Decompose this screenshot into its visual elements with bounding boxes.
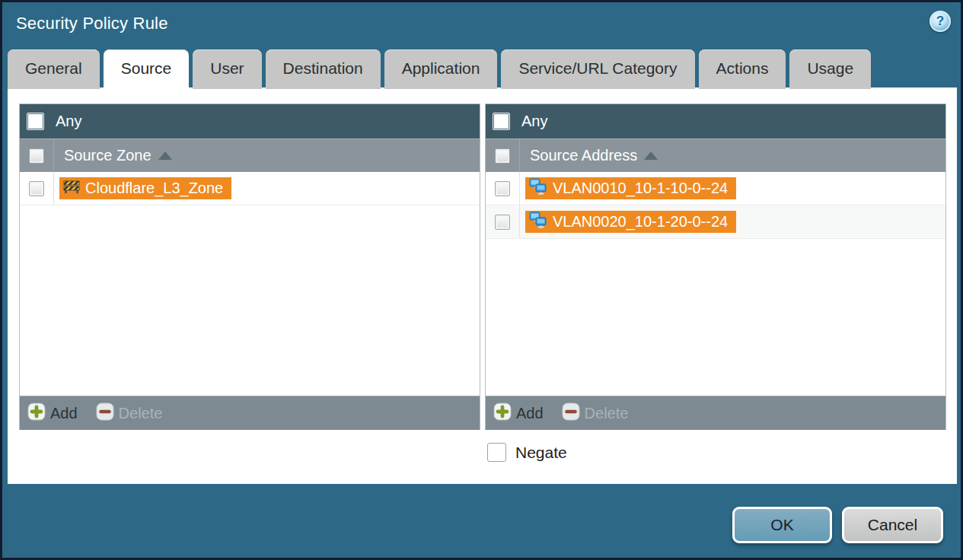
address-chip-label: VLAN0010_10-1-10-0--24 — [553, 180, 728, 197]
delete-button[interactable]: Delete — [562, 402, 629, 424]
negate-label: Negate — [515, 444, 567, 462]
tab-service-url-category[interactable]: Service/URL Category — [501, 49, 694, 89]
tab-application[interactable]: Application — [384, 49, 498, 89]
source-address-any-header: Any — [486, 104, 945, 138]
source-zone-any-checkbox[interactable] — [27, 113, 44, 130]
tab-bar: General Source User Destination Applicat… — [8, 49, 871, 89]
source-zone-any-header: Any — [20, 104, 480, 138]
row-checkbox[interactable] — [495, 181, 510, 196]
source-zone-select-all-checkbox[interactable] — [29, 148, 44, 164]
zone-chip[interactable]: Cloudflare_L3_Zone — [59, 177, 231, 199]
add-icon — [27, 402, 46, 424]
table-row[interactable]: Cloudflare_L3_Zone — [20, 172, 480, 205]
negate-checkbox[interactable] — [487, 443, 506, 462]
delete-icon — [96, 402, 114, 424]
address-chip-label: VLAN0020_10-1-20-0--24 — [553, 213, 728, 231]
zone-icon — [63, 179, 80, 198]
source-zone-toolbar: Add Delete — [20, 396, 480, 430]
tab-general[interactable]: General — [8, 49, 100, 89]
source-address-panel: Any Source Address — [485, 103, 946, 430]
table-row[interactable]: VLAN0010_10-1-10-0--24 — [486, 172, 945, 205]
sort-ascending-icon — [644, 151, 658, 160]
source-address-toolbar: Add Delete — [486, 396, 945, 430]
source-tab-content: Any Source Zone — [8, 88, 957, 484]
row-checkbox[interactable] — [495, 215, 510, 230]
source-zone-panel: Any Source Zone — [19, 103, 480, 430]
address-icon — [529, 212, 547, 232]
source-address-list: VLAN0010_10-1-10-0--24 — [486, 172, 945, 396]
add-button[interactable]: Add — [27, 402, 78, 424]
sort-ascending-icon — [158, 151, 172, 160]
source-zone-column-header[interactable]: Source Zone — [20, 138, 480, 172]
address-chip[interactable]: VLAN0020_10-1-20-0--24 — [525, 211, 736, 233]
address-chip[interactable]: VLAN0010_10-1-10-0--24 — [525, 177, 736, 199]
delete-button[interactable]: Delete — [96, 402, 163, 424]
source-address-select-all-checkbox[interactable] — [495, 148, 510, 164]
source-address-column-header[interactable]: Source Address — [486, 138, 945, 172]
source-address-any-label: Any — [521, 113, 547, 130]
add-button-label: Add — [516, 405, 544, 422]
delete-button-label: Delete — [119, 405, 163, 422]
tab-actions[interactable]: Actions — [699, 49, 786, 89]
dialog-title: Security Policy Rule — [16, 14, 168, 33]
source-zone-any-label: Any — [56, 113, 81, 130]
add-button-label: Add — [50, 405, 78, 422]
tab-usage[interactable]: Usage — [789, 49, 871, 89]
tab-destination[interactable]: Destination — [266, 49, 381, 89]
source-address-any-checkbox[interactable] — [493, 113, 510, 130]
security-policy-rule-dialog: Security Policy Rule ? General Source Us… — [0, 0, 963, 560]
delete-icon — [562, 402, 580, 424]
add-button[interactable]: Add — [493, 402, 544, 424]
delete-button-label: Delete — [585, 405, 629, 422]
ok-button[interactable]: OK — [732, 507, 832, 543]
cancel-button[interactable]: Cancel — [842, 507, 943, 543]
source-zone-list: Cloudflare_L3_Zone — [20, 172, 480, 396]
tab-source[interactable]: Source — [104, 49, 190, 89]
source-zone-column-label: Source Zone — [64, 147, 151, 164]
address-icon — [529, 178, 547, 199]
zone-chip-label: Cloudflare_L3_Zone — [85, 180, 223, 197]
help-icon[interactable]: ? — [930, 11, 951, 32]
negate-control: Negate — [487, 443, 567, 462]
tab-user[interactable]: User — [193, 49, 261, 89]
add-icon — [493, 402, 512, 424]
table-row[interactable]: VLAN0020_10-1-20-0--24 — [486, 205, 945, 239]
source-address-column-label: Source Address — [530, 147, 637, 164]
row-checkbox[interactable] — [29, 181, 44, 196]
